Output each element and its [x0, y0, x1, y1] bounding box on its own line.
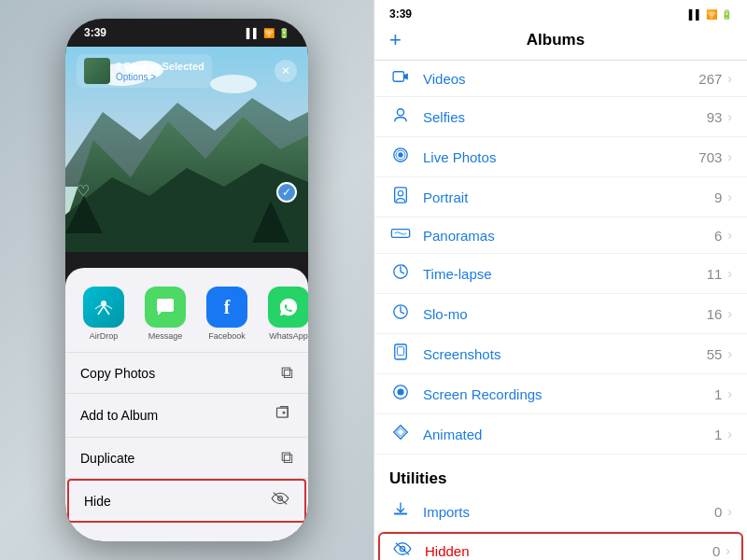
- svg-point-15: [397, 109, 403, 116]
- right-status-icons: ▌▌ 🛜 🔋: [689, 9, 732, 20]
- portrait-count: 9: [714, 189, 722, 205]
- albums-list: Videos 267 › Selfies 93 › Live Photos 70…: [374, 61, 747, 455]
- slomo-count: 16: [707, 306, 723, 322]
- selected-text-wrap: 2 Photos Selected Options >: [116, 61, 204, 82]
- screen-recordings-icon: [389, 384, 412, 404]
- selfies-chevron: ›: [727, 109, 732, 124]
- album-row-animated[interactable]: Animated 1 ›: [374, 414, 747, 455]
- duplicate-label: Duplicate: [80, 451, 134, 466]
- panoramas-name: Panoramas: [423, 228, 714, 244]
- hidden-count: 0: [712, 543, 720, 559]
- svg-point-17: [398, 152, 402, 157]
- facebook-app-item[interactable]: f Facebook: [204, 287, 250, 341]
- album-row-live-photos[interactable]: Live Photos 703 ›: [374, 137, 747, 177]
- imports-name: Imports: [423, 504, 714, 520]
- videos-name: Videos: [423, 71, 698, 87]
- airdrop-label: AirDrop: [90, 331, 119, 341]
- animated-name: Animated: [423, 427, 714, 442]
- animated-chevron: ›: [727, 427, 732, 441]
- album-row-panoramas[interactable]: Panoramas 6 ›: [374, 217, 747, 254]
- whatsapp-label: WhatsApp: [269, 331, 308, 341]
- status-icons: ▌▌ 🛜 🔋: [247, 28, 289, 38]
- imports-count: 0: [714, 504, 722, 520]
- hidden-chevron: ›: [726, 543, 730, 558]
- duplicate-action[interactable]: Duplicate ⧉: [65, 438, 308, 479]
- album-row-videos[interactable]: Videos 267 ›: [374, 61, 747, 97]
- screenshots-icon: [389, 343, 412, 364]
- add-to-album-action[interactable]: Add to Album: [65, 394, 308, 438]
- selfies-count: 93: [707, 109, 723, 125]
- thumbnail-mini: [84, 58, 110, 84]
- portrait-chevron: ›: [727, 189, 732, 204]
- screen-recordings-count: 1: [714, 386, 722, 402]
- photos-selected-badge: 2 Photos Selected Options >: [77, 54, 212, 88]
- videos-count: 267: [698, 71, 722, 87]
- live-photos-icon: [389, 147, 412, 167]
- timelapse-count: 11: [707, 266, 723, 282]
- live-photos-chevron: ›: [727, 149, 732, 164]
- screenshots-name: Screenshots: [423, 346, 707, 362]
- hidden-name: Hidden: [425, 543, 712, 559]
- album-row-hidden[interactable]: Hidden 0 ›: [378, 532, 743, 560]
- left-status-time: 3:39: [84, 26, 106, 39]
- portrait-name: Portrait: [423, 189, 714, 205]
- imports-chevron: ›: [727, 504, 732, 519]
- messages-app-item[interactable]: Message: [142, 287, 189, 341]
- action-list: Copy Photos ⧉ Add to Album Duplicate ⧉ H…: [65, 353, 308, 523]
- album-row-portrait[interactable]: Portrait 9 ›: [374, 177, 747, 217]
- copy-photos-action[interactable]: Copy Photos ⧉: [65, 353, 308, 394]
- utilities-list: Imports 0 › Hidden 0 › Recently Deleted …: [374, 492, 747, 560]
- svg-rect-10: [277, 408, 289, 417]
- albums-title: Albums: [402, 31, 710, 49]
- animated-count: 1: [714, 427, 722, 442]
- add-album-button[interactable]: +: [389, 28, 402, 52]
- album-row-selfies[interactable]: Selfies 93 ›: [374, 97, 747, 137]
- timelapse-icon: [389, 263, 412, 284]
- panoramas-chevron: ›: [727, 228, 732, 243]
- animated-icon: [389, 424, 412, 444]
- live-photos-count: 703: [698, 149, 722, 165]
- check-circle: ✓: [276, 182, 297, 203]
- app-row: AirDrop Message f Facebook: [65, 279, 308, 353]
- hide-action[interactable]: Hide: [67, 479, 306, 523]
- slomo-icon: [389, 303, 412, 324]
- albums-status-bar: 3:39 ▌▌ 🛜 🔋: [374, 0, 747, 24]
- screenshots-count: 55: [707, 346, 723, 362]
- imports-icon: [389, 501, 412, 522]
- copy-photos-icon: ⧉: [281, 363, 293, 383]
- facebook-label: Facebook: [208, 331, 246, 341]
- timelapse-chevron: ›: [727, 266, 732, 281]
- airdrop-app-item[interactable]: AirDrop: [80, 287, 127, 341]
- right-panel: 3:39 ▌▌ 🛜 🔋 + Albums Videos 267 › Selfie…: [374, 0, 747, 560]
- messages-label: Message: [148, 331, 183, 341]
- portrait-icon: [389, 187, 412, 207]
- selfies-name: Selfies: [423, 109, 707, 125]
- album-row-slomo[interactable]: Slo-mo 16 ›: [374, 294, 747, 334]
- screen-recordings-name: Screen Recordings: [423, 386, 714, 402]
- panoramas-icon: [389, 227, 412, 244]
- selected-count: 2 Photos Selected: [116, 61, 204, 72]
- add-to-album-icon: [275, 404, 293, 427]
- screenshots-chevron: ›: [727, 346, 732, 361]
- album-row-imports[interactable]: Imports 0 ›: [374, 492, 747, 532]
- svg-point-27: [397, 388, 403, 395]
- videos-icon: [389, 70, 412, 87]
- album-row-screenshots[interactable]: Screenshots 55 ›: [374, 334, 747, 374]
- utilities-header: Utilities: [374, 455, 747, 492]
- svg-rect-30: [394, 513, 407, 515]
- close-button[interactable]: ✕: [275, 60, 297, 82]
- phone-frame: 3:39 ▌▌ 🛜 🔋: [65, 19, 308, 541]
- facebook-icon: f: [206, 287, 247, 328]
- hidden-icon: [391, 541, 414, 560]
- photo-header: 2 Photos Selected Options > ✕: [65, 47, 308, 95]
- whatsapp-app-item[interactable]: WhatsApp: [265, 287, 308, 341]
- phone-status-bar: 3:39 ▌▌ 🛜 🔋: [65, 19, 308, 43]
- hide-icon: [271, 491, 289, 511]
- duplicate-icon: ⧉: [281, 448, 293, 468]
- album-row-screen-recordings[interactable]: Screen Recordings 1 ›: [374, 374, 747, 414]
- heart-icon: ♡: [77, 182, 90, 203]
- album-row-timelapse[interactable]: Time-lapse 11 ›: [374, 254, 747, 294]
- messages-icon: [145, 287, 186, 328]
- slomo-name: Slo-mo: [423, 306, 707, 322]
- options-link[interactable]: Options >: [116, 72, 204, 82]
